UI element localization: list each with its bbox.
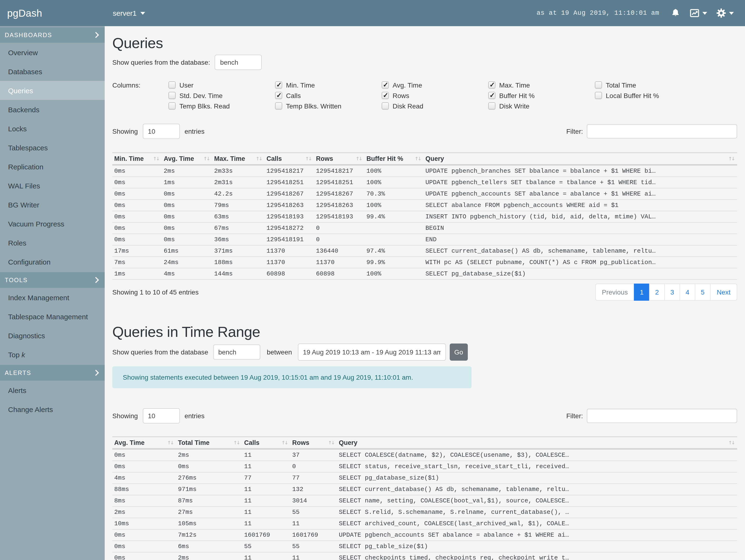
brand-logo[interactable]: pgDash [0, 7, 105, 19]
table-row: 0ms 0ms 79ms 1295418263 1295418263 100% … [112, 200, 737, 211]
notifications-button[interactable] [670, 8, 680, 18]
checkbox[interactable] [168, 102, 175, 109]
checkbox[interactable] [382, 92, 389, 99]
page-number-button[interactable]: 2 [649, 284, 665, 301]
sidebar-item[interactable]: BG Writer [0, 195, 105, 214]
column-header[interactable]: Avg. Time ↑↓ [112, 437, 176, 449]
query-link[interactable]: SELECT current_database() AS db, scheman… [337, 484, 737, 495]
sidebar-item[interactable]: Queries [0, 81, 105, 100]
sidebar-item[interactable]: Replication [0, 157, 105, 176]
sidebar-item[interactable]: Vacuum Progress [0, 214, 105, 233]
column-header[interactable]: Query ↑↓ [337, 437, 737, 449]
column-header[interactable]: Total Time ↑↓ [176, 437, 242, 449]
database-input[interactable] [213, 344, 260, 360]
sidebar-section-alerts[interactable]: ALERTS [0, 365, 105, 381]
sidebar-item[interactable]: Alerts [0, 381, 105, 400]
sort-icon[interactable]: ↑↓ [153, 156, 160, 161]
checkbox[interactable] [595, 92, 602, 99]
column-header[interactable]: Max. Time ↑↓ [212, 153, 265, 165]
sort-icon[interactable]: ↑↓ [305, 156, 312, 161]
checkbox[interactable] [168, 92, 175, 99]
query-link[interactable]: SELECT pg_database_size($1) [337, 472, 737, 484]
query-link[interactable]: WITH pc AS (SELECT pubname, COUNT(*) AS … [424, 257, 737, 268]
query-link[interactable]: SELECT pg_database_size($1) [424, 268, 737, 279]
column-header[interactable]: Calls ↑↓ [242, 437, 290, 449]
checkbox[interactable] [488, 81, 495, 89]
sidebar-item[interactable]: WAL Files [0, 176, 105, 195]
query-link[interactable]: SELECT checkpoints_timed, checkpoints_re… [337, 552, 737, 560]
query-link[interactable]: SELECT pg_table_size($1) [337, 541, 737, 552]
sidebar-item[interactable]: Databases [0, 62, 105, 81]
sort-icon[interactable]: ↑↓ [355, 156, 363, 161]
checkbox[interactable] [488, 92, 495, 99]
database-input[interactable] [215, 55, 262, 70]
sort-icon[interactable]: ↑↓ [728, 156, 735, 161]
query-link[interactable]: END [424, 234, 737, 245]
settings-menu-button[interactable] [716, 8, 734, 18]
sort-icon[interactable]: ↑↓ [328, 440, 335, 445]
filter-input[interactable] [587, 124, 737, 138]
entries-count-input[interactable] [142, 124, 180, 139]
page-number-button[interactable]: 4 [680, 284, 695, 301]
sidebar-item[interactable]: Top k [0, 345, 105, 364]
sidebar-item[interactable]: Roles [0, 233, 105, 252]
sort-icon[interactable]: ↑↓ [167, 440, 174, 445]
sidebar-item[interactable]: Change Alerts [0, 400, 105, 419]
query-link[interactable]: SELECT S.relid, S.schemaname, S.relname,… [337, 506, 737, 518]
query-link[interactable]: UPDATE pgbench_branches SET bbalance = b… [424, 165, 737, 177]
sidebar-section-dashboards[interactable]: DASHBOARDS [0, 27, 105, 43]
analytics-menu-button[interactable] [689, 8, 707, 18]
checkbox[interactable] [595, 81, 602, 89]
sort-icon[interactable]: ↑↓ [415, 156, 422, 161]
sidebar-item[interactable]: Overview [0, 43, 105, 62]
checkbox[interactable] [275, 81, 282, 89]
entries-count-input[interactable] [142, 408, 180, 423]
column-header[interactable]: Avg. Time ↑↓ [162, 153, 212, 165]
query-link[interactable]: BEGIN [424, 223, 737, 234]
time-range-input[interactable] [298, 343, 446, 361]
column-header[interactable]: Calls ↑↓ [265, 153, 314, 165]
sort-icon[interactable]: ↑↓ [728, 440, 735, 445]
sort-icon[interactable]: ↑↓ [233, 440, 240, 445]
query-link[interactable]: INSERT INTO pgbench_history (tid, bid, a… [424, 211, 737, 223]
page-number-button[interactable]: 1 [634, 284, 650, 301]
sidebar-item[interactable]: Backends [0, 100, 105, 119]
checkbox[interactable] [382, 102, 389, 109]
checkbox[interactable] [488, 102, 495, 109]
column-header[interactable]: Rows ↑↓ [290, 437, 337, 449]
sidebar-item[interactable]: Locks [0, 119, 105, 138]
previous-page-button[interactable]: Previous [595, 284, 634, 301]
query-link[interactable]: SELECT COALESCE(datname, $2), COALESCE(u… [337, 449, 737, 461]
sidebar-section-tools[interactable]: TOOLS [0, 272, 105, 288]
server-selector[interactable]: server1 [113, 9, 145, 17]
next-page-button[interactable]: Next [710, 284, 737, 301]
query-link[interactable]: SELECT name, setting, COALESCE(boot_val,… [337, 495, 737, 506]
sidebar-item[interactable]: Diagnostics [0, 326, 105, 345]
checkbox[interactable] [382, 81, 389, 89]
page-number-button[interactable]: 3 [665, 284, 680, 301]
column-header[interactable]: Buffer Hit % ↑↓ [364, 153, 424, 165]
checkbox[interactable] [168, 81, 175, 89]
column-header[interactable]: Query ↑↓ [424, 153, 737, 165]
sidebar-item[interactable]: Tablespace Management [0, 307, 105, 326]
query-link[interactable]: SELECT current_database() AS db, scheman… [424, 245, 737, 257]
sort-icon[interactable]: ↑↓ [203, 156, 210, 161]
query-link[interactable]: SELECT abalance FROM pgbench_accounts WH… [424, 200, 737, 211]
column-header[interactable]: Rows ↑↓ [314, 153, 364, 165]
page-number-button[interactable]: 5 [695, 284, 711, 301]
query-link[interactable]: SELECT status, receive_start_lsn, receiv… [337, 461, 737, 472]
query-link[interactable]: UPDATE pgbench_accounts SET abalance = a… [424, 188, 737, 200]
sidebar-item[interactable]: Index Management [0, 288, 105, 307]
go-button[interactable]: Go [450, 343, 468, 361]
query-link[interactable]: UPDATE pgbench_accounts SET abalance = a… [337, 529, 737, 541]
sort-icon[interactable]: ↑↓ [256, 156, 263, 161]
column-header[interactable]: Min. Time ↑↓ [112, 153, 162, 165]
sidebar-item[interactable]: Configuration [0, 252, 105, 271]
filter-input[interactable] [587, 409, 737, 423]
sidebar-item[interactable]: Tablespaces [0, 138, 105, 157]
query-link[interactable]: UPDATE pgbench_tellers SET tbalance = tb… [424, 177, 737, 188]
checkbox[interactable] [275, 92, 282, 99]
sort-icon[interactable]: ↑↓ [281, 440, 288, 445]
checkbox[interactable] [275, 102, 282, 109]
query-link[interactable]: SELECT archived_count, COALESCE(last_arc… [337, 518, 737, 529]
